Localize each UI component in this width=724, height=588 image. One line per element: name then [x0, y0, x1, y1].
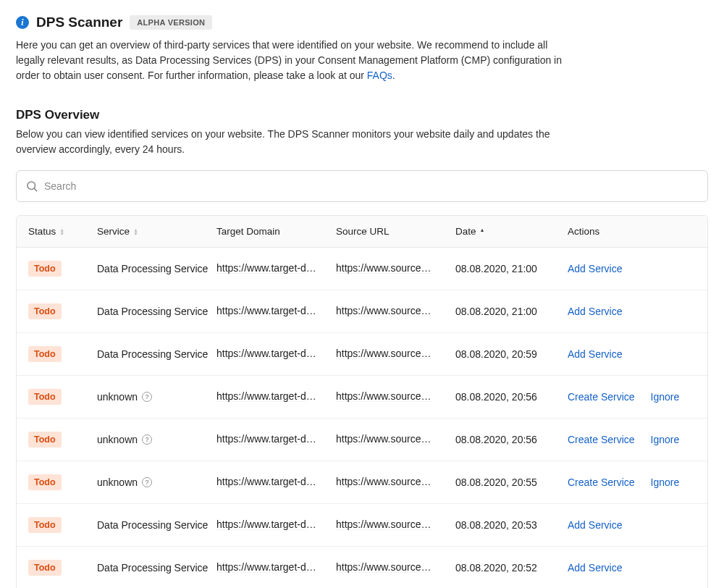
sort-icon: ▲▼: [59, 228, 64, 235]
col-service[interactable]: Service ▲▼: [97, 226, 216, 237]
add-service-link[interactable]: Add Service: [568, 263, 622, 274]
service-cell: Data Processing Service: [97, 519, 216, 531]
date-cell: 08.08.2020, 20:53: [455, 519, 568, 531]
search-input[interactable]: [38, 173, 699, 199]
intro-paragraph: Here you can get an overview of third-pa…: [16, 38, 566, 83]
source-url-link[interactable]: https://www.source…: [336, 518, 432, 530]
service-name: Data Processing Service: [97, 263, 208, 274]
help-icon[interactable]: ?: [142, 392, 152, 402]
help-icon[interactable]: ?: [142, 477, 152, 487]
status-badge: Todo: [28, 432, 62, 448]
target-domain-link[interactable]: https://www.target-do…: [216, 518, 321, 530]
service-name: unknown: [97, 391, 138, 403]
col-status[interactable]: Status ▲▼: [28, 226, 97, 237]
actions-cell: Create ServiceIgnore: [568, 391, 708, 403]
actions-cell: Add Service: [568, 306, 708, 317]
search-icon: [25, 180, 38, 193]
add-service-link[interactable]: Add Service: [568, 562, 622, 574]
service-cell: unknown?: [97, 434, 216, 445]
table-row: TodoData Processing Servicehttps://www.t…: [17, 333, 707, 376]
service-cell: unknown?: [97, 476, 216, 488]
source-url-link[interactable]: https://www.source…: [336, 348, 432, 359]
add-service-link[interactable]: Add Service: [568, 348, 622, 360]
target-domain-link[interactable]: https://www.target-do…: [216, 561, 321, 573]
actions-cell: Add Service: [568, 562, 708, 574]
help-icon[interactable]: ?: [142, 434, 152, 445]
intro-text-pre: Here you can get an overview of third-pa…: [16, 39, 562, 81]
service-cell: Data Processing Service: [97, 562, 216, 574]
table-row: TodoData Processing Servicehttps://www.t…: [17, 290, 707, 333]
date-cell: 08.08.2020, 20:52: [455, 562, 568, 574]
col-actions: Actions: [568, 226, 708, 237]
status-badge: Todo: [28, 303, 62, 319]
service-name: Data Processing Service: [97, 306, 208, 317]
ignore-link[interactable]: Ignore: [651, 434, 680, 445]
col-date[interactable]: Date ▲▼: [455, 226, 568, 237]
info-icon: i: [16, 16, 29, 29]
source-url-link[interactable]: https://www.source…: [336, 390, 432, 402]
date-cell: 08.08.2020, 20:59: [455, 348, 568, 360]
target-domain-link[interactable]: https://www.target-do…: [216, 476, 321, 487]
overview-title: DPS Overview: [16, 108, 708, 122]
source-url-link[interactable]: https://www.source…: [336, 433, 432, 445]
overview-description: Below you can view identified services o…: [16, 127, 566, 157]
source-url-link[interactable]: https://www.source…: [336, 262, 432, 274]
source-url-link[interactable]: https://www.source…: [336, 561, 432, 573]
add-service-link[interactable]: Add Service: [568, 519, 622, 531]
service-cell: unknown?: [97, 391, 216, 403]
target-domain-link[interactable]: https://www.target-do…: [216, 305, 321, 316]
service-cell: Data Processing Service: [97, 348, 216, 360]
status-badge: Todo: [28, 474, 62, 490]
search-field-wrapper[interactable]: [16, 170, 708, 202]
table-header-row: Status ▲▼ Service ▲▼ Target Domain Sourc…: [17, 216, 707, 248]
create-service-link[interactable]: Create Service: [568, 391, 635, 403]
table-row: Todounknown?https://www.target-do…https:…: [17, 461, 707, 504]
service-name: Data Processing Service: [97, 348, 208, 360]
table-row: Todounknown?https://www.target-do…https:…: [17, 419, 707, 461]
ignore-link[interactable]: Ignore: [651, 476, 680, 488]
actions-cell: Add Service: [568, 263, 708, 274]
service-name: Data Processing Service: [97, 519, 208, 531]
service-cell: Data Processing Service: [97, 263, 216, 274]
service-cell: Data Processing Service: [97, 306, 216, 317]
alpha-version-badge: ALPHA VERSION: [130, 15, 212, 30]
table-row: TodoData Processing Servicehttps://www.t…: [17, 248, 707, 290]
page-title: DPS Scanner: [36, 14, 122, 30]
date-cell: 08.08.2020, 20:56: [455, 391, 568, 403]
actions-cell: Create ServiceIgnore: [568, 476, 708, 488]
status-badge: Todo: [28, 389, 62, 405]
faqs-link[interactable]: FAQs: [367, 70, 392, 81]
actions-cell: Create ServiceIgnore: [568, 434, 708, 445]
actions-cell: Add Service: [568, 348, 708, 360]
col-target[interactable]: Target Domain: [216, 226, 336, 237]
table-row: TodoData Processing Servicehttps://www.t…: [17, 504, 707, 547]
service-name: unknown: [97, 434, 138, 445]
sort-icon: ▲▼: [133, 228, 138, 235]
actions-cell: Add Service: [568, 519, 708, 531]
sort-icon: ▲▼: [480, 228, 485, 235]
service-name: unknown: [97, 476, 138, 488]
col-source[interactable]: Source URL: [336, 226, 455, 237]
source-url-link[interactable]: https://www.source…: [336, 305, 432, 316]
target-domain-link[interactable]: https://www.target-do…: [216, 433, 321, 445]
date-cell: 08.08.2020, 20:55: [455, 476, 568, 488]
table-row: TodoData Processing Servicehttps://www.t…: [17, 547, 707, 588]
add-service-link[interactable]: Add Service: [568, 306, 622, 317]
service-name: Data Processing Service: [97, 562, 208, 574]
status-badge: Todo: [28, 560, 62, 576]
status-badge: Todo: [28, 261, 62, 277]
target-domain-link[interactable]: https://www.target-do…: [216, 390, 321, 402]
status-badge: Todo: [28, 346, 62, 362]
table-row: Todounknown?https://www.target-do…https:…: [17, 376, 707, 419]
date-cell: 08.08.2020, 20:56: [455, 434, 568, 445]
ignore-link[interactable]: Ignore: [651, 391, 680, 403]
source-url-link[interactable]: https://www.source…: [336, 476, 432, 487]
target-domain-link[interactable]: https://www.target-do…: [216, 348, 321, 359]
status-badge: Todo: [28, 517, 62, 533]
target-domain-link[interactable]: https://www.target-do…: [216, 262, 321, 274]
date-cell: 08.08.2020, 21:00: [455, 263, 568, 274]
svg-line-1: [34, 188, 37, 191]
create-service-link[interactable]: Create Service: [568, 476, 635, 488]
dps-table: Status ▲▼ Service ▲▼ Target Domain Sourc…: [16, 215, 708, 588]
create-service-link[interactable]: Create Service: [568, 434, 635, 445]
